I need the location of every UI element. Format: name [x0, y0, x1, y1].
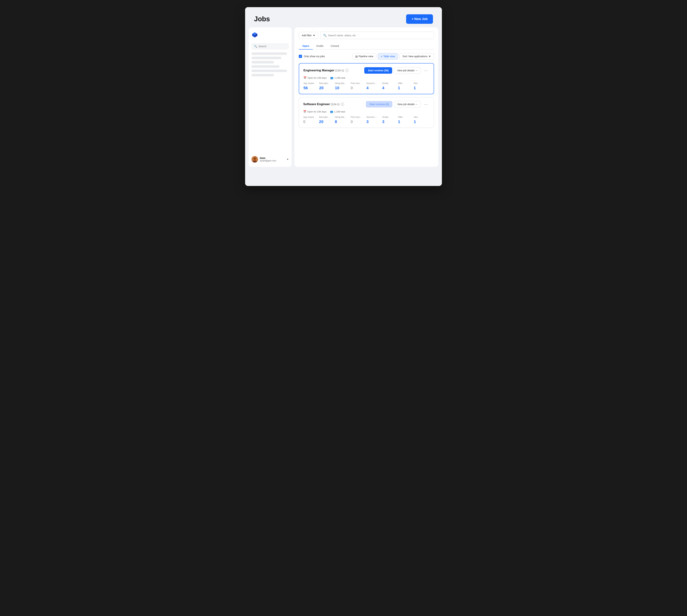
stat-value[interactable]: 10 — [335, 86, 351, 90]
stat-value[interactable]: 0 — [351, 86, 366, 90]
stat-label: First roun... — [351, 82, 366, 85]
job-card-2: Software Engineer (124-1) i Start review… — [299, 97, 434, 128]
job-card-1-header: Engineering Manager (124-1) i Start revi… — [303, 67, 429, 74]
stat-value[interactable]: 4 — [382, 86, 398, 90]
add-filter-label: Add filter — [302, 34, 312, 37]
skeleton-item — [252, 74, 274, 76]
stat-col-2-1: Recruiter...20 — [319, 116, 335, 124]
stat-col-2-7: Hire1 — [414, 116, 430, 124]
table-view-button[interactable]: ≡ Table view — [378, 53, 398, 60]
sidebar-search[interactable]: 🔍 — [252, 43, 289, 49]
stat-col-1-4: Second r...4 — [366, 82, 382, 90]
top-bar: Jobs + New Job — [245, 7, 442, 27]
view-job-details-button-2[interactable]: View job details → — [394, 101, 421, 108]
skeleton-item — [252, 70, 287, 72]
stat-value[interactable]: 1 — [398, 119, 414, 124]
stat-label: App review — [303, 82, 319, 85]
stat-col-2-5: Onsite3 — [382, 116, 398, 124]
stat-label: Second r... — [366, 82, 382, 85]
view-toggle-group: ▤ Pipeline view ≡ Table view Sort: New a… — [352, 53, 434, 60]
job-1-open-days: 📅 Open for 236 days — [303, 76, 327, 79]
stat-value[interactable]: 0 — [351, 119, 366, 124]
pipeline-view-button[interactable]: ▤ Pipeline view — [352, 53, 377, 60]
stat-label: Hiring Ma... — [335, 116, 351, 118]
user-info: Gem sarah@gem.com — [260, 157, 285, 162]
stat-value[interactable]: 0 — [303, 119, 319, 124]
job-2-info-icon[interactable]: i — [341, 103, 344, 106]
stat-value[interactable]: 3 — [366, 119, 382, 124]
job-tabs: Open Drafts Closed — [299, 43, 434, 49]
job-2-title: Software Engineer (124-1) — [303, 103, 339, 106]
calendar-icon: 📅 — [303, 110, 306, 113]
job-1-total: 👥 1,198 total — [330, 76, 345, 79]
calendar-icon: 📅 — [303, 76, 306, 79]
start-reviews-button-2[interactable]: Start reviews (0) — [366, 101, 392, 108]
sidebar: 🔍 — [249, 27, 292, 167]
stat-col-2-0: App review0 — [303, 116, 319, 124]
stat-label: Recruiter... — [319, 82, 335, 85]
stat-value[interactable]: 20 — [319, 119, 335, 124]
stat-value[interactable]: 1 — [398, 86, 414, 90]
job-search-input[interactable] — [328, 34, 431, 37]
content-area: Add filter ▼ 🔍 Open Drafts Closed ✓ — [295, 27, 438, 167]
job-1-title: Engineering Manager (124-1) — [303, 69, 344, 72]
job-search-box[interactable]: 🔍 — [320, 32, 434, 39]
tab-closed[interactable]: Closed — [327, 43, 343, 49]
stat-label: Onsite — [382, 116, 398, 118]
view-job-details-button-1[interactable]: View job details → — [394, 67, 421, 74]
sidebar-nav-skeleton — [252, 52, 289, 76]
checkmark-icon: ✓ — [300, 55, 301, 58]
stat-col-2-4: Second r...3 — [366, 116, 382, 124]
stat-col-2-6: Offer1 — [398, 116, 414, 124]
stat-col-1-6: Offer1 — [398, 82, 414, 90]
pipeline-icon: ▤ — [355, 55, 358, 58]
people-icon: 👥 — [330, 76, 333, 79]
job-2-title-area: Software Engineer (124-1) i — [303, 103, 344, 106]
stat-label: First roun... — [351, 116, 366, 118]
job-1-meta: 📅 Open for 236 days 👥 1,198 total — [303, 76, 429, 79]
job-card-2-header: Software Engineer (124-1) i Start review… — [303, 101, 430, 108]
more-options-button-2[interactable]: ··· — [423, 102, 430, 107]
tab-drafts[interactable]: Drafts — [313, 43, 327, 49]
stat-label: Onsite — [382, 82, 398, 85]
sort-button[interactable]: Sort: New applications ▼ — [400, 53, 434, 60]
add-filter-button[interactable]: Add filter ▼ — [299, 32, 318, 39]
only-my-jobs-checkbox[interactable]: ✓ Only show my jobs — [299, 55, 325, 58]
user-profile[interactable]: Gem sarah@gem.com ▼ — [252, 156, 289, 162]
start-reviews-button-1[interactable]: Start reviews (56) — [364, 67, 392, 74]
stat-value[interactable]: 4 — [366, 86, 382, 90]
stat-label: Recruiter... — [319, 116, 335, 118]
more-options-button-1[interactable]: ··· — [423, 68, 429, 73]
skeleton-item — [252, 65, 279, 68]
sort-chevron-icon: ▼ — [428, 55, 431, 58]
search-icon: 🔍 — [254, 45, 257, 48]
sort-label: Sort: New applications — [403, 55, 427, 58]
stat-value[interactable]: 1 — [414, 86, 429, 90]
skeleton-item — [252, 57, 281, 59]
tab-open[interactable]: Open — [299, 43, 313, 49]
only-my-jobs-label: Only show my jobs — [304, 55, 325, 58]
stat-value[interactable]: 56 — [303, 86, 319, 90]
stat-value[interactable]: 20 — [319, 86, 335, 90]
job-2-pipeline: App review0Recruiter...20Hiring Ma...8Fi… — [303, 116, 430, 124]
stat-label: Offer — [398, 82, 414, 85]
stat-label: Hire — [414, 82, 429, 85]
job-1-title-area: Engineering Manager (124-1) i — [303, 69, 348, 72]
job-1-info-icon[interactable]: i — [345, 69, 348, 72]
new-job-button[interactable]: + New Job — [406, 14, 433, 24]
stat-label: Hire — [414, 116, 430, 118]
stat-col-1-0: App review56 — [303, 82, 319, 90]
stat-col-1-1: Recruiter...20 — [319, 82, 335, 90]
page-title: Jobs — [254, 15, 270, 23]
user-dropdown-icon[interactable]: ▼ — [286, 158, 289, 160]
stat-col-1-3: First roun...0 — [351, 82, 366, 90]
table-view-label: Table view — [383, 55, 395, 58]
stat-value[interactable]: 3 — [382, 119, 398, 124]
stat-col-2-2: Hiring Ma...8 — [335, 116, 351, 124]
stat-label: Second r... — [366, 116, 382, 118]
job-2-total: 👥 1,198 total — [330, 110, 345, 113]
stat-label: Hiring Ma... — [335, 82, 351, 85]
stat-value[interactable]: 1 — [414, 119, 430, 124]
stat-value[interactable]: 8 — [335, 119, 351, 124]
search-input[interactable] — [259, 45, 286, 48]
